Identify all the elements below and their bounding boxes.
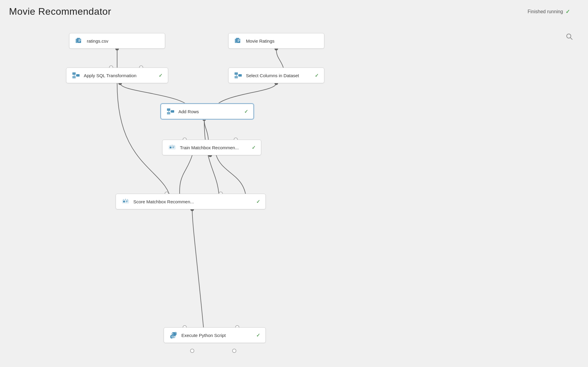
dataset-icon-2: [234, 37, 242, 45]
node-ratings-csv[interactable]: ratings.csv: [69, 33, 165, 49]
svg-point-15: [190, 349, 194, 353]
node-apply-sql-label: Apply SQL Transformation: [84, 73, 136, 78]
svg-rect-32: [72, 76, 76, 78]
svg-rect-38: [238, 74, 242, 77]
search-button[interactable]: [566, 33, 573, 42]
svg-rect-42: [167, 112, 170, 114]
svg-rect-23: [78, 40, 81, 41]
node-movie-ratings[interactable]: Movie Ratings: [228, 33, 324, 49]
svg-rect-43: [171, 110, 174, 113]
transform-icon-2: [234, 71, 242, 80]
svg-rect-54: [123, 201, 125, 202]
status-bar: Finished running ✓: [528, 8, 570, 15]
node-select-columns-check: ✓: [309, 73, 319, 78]
svg-point-17: [567, 34, 571, 38]
page-title: Movie Recommendator: [9, 6, 111, 17]
svg-rect-30: [238, 41, 239, 42]
node-execute-python-check: ✓: [250, 332, 260, 338]
node-add-rows[interactable]: Add Rows ✓: [161, 104, 254, 119]
node-train-matchbox[interactable]: Train Matchbox Recommen... ✓: [162, 140, 261, 155]
svg-rect-31: [72, 72, 76, 75]
node-train-matchbox-check: ✓: [246, 145, 256, 150]
transform-icon: [72, 71, 80, 80]
node-ratings-csv-label: ratings.csv: [87, 38, 108, 44]
svg-line-18: [570, 38, 572, 40]
svg-rect-22: [78, 39, 81, 40]
node-score-matchbox-check: ✓: [250, 199, 260, 205]
node-add-rows-check: ✓: [238, 109, 248, 114]
node-score-matchbox[interactable]: Score Matchbox Recommen... ✓: [116, 194, 266, 209]
node-movie-ratings-label: Movie Ratings: [246, 38, 274, 44]
status-check-icon: ✓: [565, 8, 570, 15]
svg-rect-47: [170, 147, 171, 148]
svg-rect-36: [235, 72, 238, 75]
node-select-columns-label: Select Columns in Dataset: [246, 73, 299, 78]
node-apply-sql[interactable]: Apply SQL Transformation ✓: [66, 68, 168, 83]
svg-point-60: [172, 333, 173, 334]
train-icon-2: [121, 197, 130, 206]
svg-point-16: [232, 349, 236, 353]
svg-rect-28: [238, 39, 240, 40]
node-execute-python[interactable]: Execute Python Script ✓: [164, 327, 266, 343]
node-execute-python-label: Execute Python Script: [181, 333, 226, 338]
svg-rect-37: [235, 76, 238, 78]
node-train-matchbox-label: Train Matchbox Recommen...: [180, 145, 239, 150]
node-select-columns[interactable]: Select Columns in Dataset ✓: [228, 68, 324, 83]
node-score-matchbox-label: Score Matchbox Recommen...: [133, 199, 194, 204]
dataset-icon: [75, 37, 83, 45]
train-icon: [168, 143, 176, 152]
svg-rect-24: [78, 41, 80, 42]
svg-rect-33: [76, 74, 80, 77]
transform-icon-3: [166, 107, 175, 116]
svg-rect-41: [167, 108, 170, 111]
python-icon: [169, 331, 178, 339]
node-add-rows-label: Add Rows: [178, 109, 199, 114]
node-apply-sql-check: ✓: [153, 73, 162, 78]
svg-rect-29: [238, 40, 240, 41]
svg-point-61: [174, 336, 175, 337]
status-text: Finished running: [528, 9, 563, 14]
